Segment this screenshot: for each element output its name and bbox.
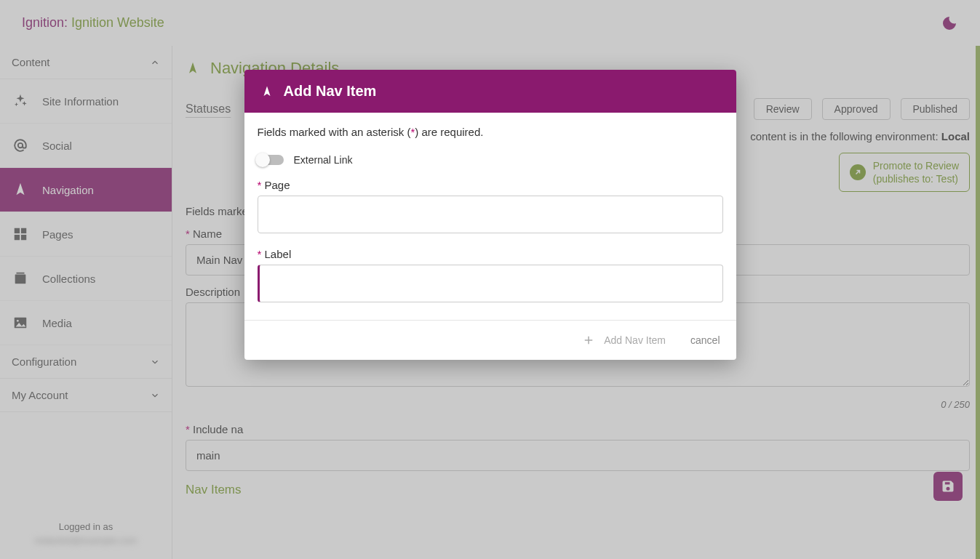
label-input[interactable] — [258, 265, 723, 302]
page-input[interactable] — [258, 196, 723, 233]
external-link-label: External Link — [294, 154, 353, 166]
add-nav-item-button[interactable]: Add Nav Item — [582, 334, 666, 347]
external-link-row: External Link — [258, 154, 723, 166]
external-link-toggle[interactable] — [258, 155, 284, 165]
cancel-button[interactable]: cancel — [690, 334, 720, 346]
dialog-title: Add Nav Item — [284, 83, 377, 100]
dialog-body: Fields marked with an asterisk (*) are r… — [244, 113, 736, 320]
label-label: * Label — [258, 248, 723, 260]
dialog-actions: Add Nav Item cancel — [244, 320, 736, 360]
field-label: * Label — [258, 248, 723, 302]
modal-overlay[interactable]: Add Nav Item Fields marked with an aster… — [0, 0, 980, 559]
field-page: * Page — [258, 179, 723, 233]
add-nav-item-dialog: Add Nav Item Fields marked with an aster… — [244, 70, 736, 360]
navigation-icon — [260, 85, 274, 98]
plus-icon — [582, 334, 595, 347]
dialog-required-note: Fields marked with an asterisk (*) are r… — [258, 126, 723, 138]
dialog-header: Add Nav Item — [244, 70, 736, 113]
page-label: * Page — [258, 179, 723, 191]
add-button-label: Add Nav Item — [604, 334, 666, 346]
